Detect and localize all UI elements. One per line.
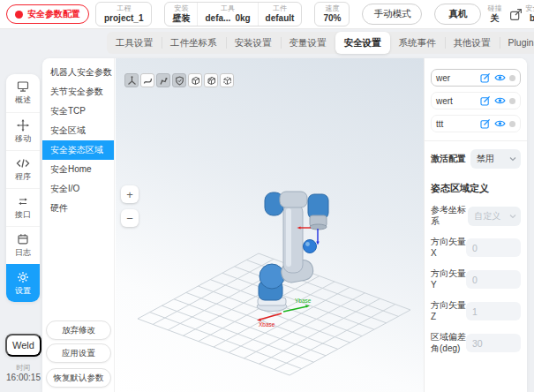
eye-icon[interactable] bbox=[494, 96, 506, 105]
workpiece-value: default bbox=[266, 13, 295, 24]
activate-config-row: 激活配置 禁用 bbox=[431, 149, 521, 169]
show-cube-wire-button[interactable] bbox=[204, 73, 218, 87]
edit-icon[interactable] bbox=[480, 95, 491, 106]
svg-text:Ybase: Ybase bbox=[295, 298, 312, 304]
tab-mount-settings[interactable]: 安装设置 bbox=[226, 32, 281, 54]
show-cube-solid-button[interactable] bbox=[188, 73, 202, 87]
tab-tool-settings[interactable]: 工具设置 bbox=[107, 32, 162, 54]
clock: 时间 16:00:15 bbox=[0, 363, 47, 382]
zone-active-radio[interactable] bbox=[509, 75, 515, 81]
alert-label: 安全参数配置 bbox=[27, 8, 80, 20]
sidebar-item-settings[interactable]: 设置 bbox=[6, 264, 40, 302]
posture-zone-section-title: 姿态区域定义 bbox=[431, 182, 521, 195]
menu-item-safety-zone[interactable]: 安全区域 bbox=[42, 121, 114, 140]
speed-selector[interactable]: 速度 70% bbox=[314, 2, 350, 26]
zone-row-ttt[interactable]: ttt bbox=[431, 115, 521, 132]
robot-3d-viewport[interactable]: Ybase Xbase bbox=[116, 58, 424, 392]
zone-row-wert[interactable]: wert bbox=[431, 92, 521, 109]
real-machine-button[interactable]: 真机 bbox=[434, 4, 481, 25]
restore-defaults-button[interactable]: 恢复默认参数 bbox=[46, 368, 111, 388]
manual-mode-button[interactable]: 手动模式 bbox=[362, 4, 422, 25]
top-bar: 安全参数配置 工程 project_1 安装 壁装 工具 defa... 0kg… bbox=[0, 0, 534, 29]
safety-checksum[interactable]: 安全校验 b584 bbox=[509, 4, 534, 24]
workpiece-segment[interactable]: 工件 default bbox=[258, 3, 302, 26]
weld-button[interactable]: Weld bbox=[5, 334, 41, 357]
mount-segment[interactable]: 安装 壁装 bbox=[165, 3, 197, 26]
code-icon bbox=[16, 157, 30, 170]
tab-plugins[interactable]: Plugins bbox=[500, 32, 534, 54]
sidebar-item-overview[interactable]: 概述 bbox=[6, 74, 40, 112]
show-path-button[interactable] bbox=[140, 73, 154, 87]
discard-changes-button[interactable]: 放弃修改 bbox=[46, 320, 111, 340]
tool-label: 工具 bbox=[205, 4, 250, 13]
cube-bounds-icon bbox=[222, 76, 232, 86]
activate-config-select[interactable]: 禁用 bbox=[470, 149, 521, 169]
zone-row-wer[interactable]: wer bbox=[431, 69, 521, 87]
sidebar-item-move[interactable]: 移动 bbox=[6, 112, 40, 150]
vector-z-label: 方向矢量Z bbox=[431, 300, 466, 322]
show-robot-button[interactable] bbox=[156, 73, 170, 87]
cube-icon bbox=[191, 76, 200, 86]
zoom-out-button[interactable]: − bbox=[121, 209, 139, 227]
safety-check-label: 安全校验 bbox=[525, 4, 534, 13]
vector-y-input[interactable] bbox=[466, 270, 521, 289]
zone-active-radio[interactable] bbox=[509, 98, 515, 104]
axes-icon bbox=[127, 76, 137, 86]
eye-icon[interactable] bbox=[494, 73, 506, 82]
activate-config-label: 激活配置 bbox=[431, 154, 466, 165]
apply-settings-button[interactable]: 应用设置 bbox=[46, 343, 111, 363]
safety-config-alert-badge[interactable]: 安全参数配置 bbox=[6, 4, 89, 24]
show-safety-zone-button[interactable] bbox=[172, 73, 186, 87]
vector-x-input[interactable] bbox=[466, 238, 521, 257]
collision-status[interactable]: 碰撞 关 bbox=[487, 4, 501, 24]
menu-item-joint-safety-params[interactable]: 关节安全参数 bbox=[42, 82, 114, 102]
deviation-angle-input[interactable] bbox=[466, 334, 521, 352]
workpiece-label: 工件 bbox=[266, 4, 295, 13]
menu-item-safety-tcp[interactable]: 安全TCP bbox=[42, 102, 114, 121]
edit-icon[interactable] bbox=[480, 72, 491, 83]
tool-value: defa... bbox=[205, 13, 230, 24]
sidebar-item-log[interactable]: 日志 bbox=[6, 226, 40, 264]
eye-icon[interactable] bbox=[494, 119, 506, 128]
zone-name: ttt bbox=[436, 119, 443, 129]
project-selector[interactable]: 工程 project_1 bbox=[95, 2, 152, 26]
collision-value: 关 bbox=[487, 13, 501, 24]
zone-active-radio[interactable] bbox=[509, 121, 515, 127]
show-axes-button[interactable] bbox=[124, 73, 139, 87]
menu-item-robot-safety-params[interactable]: 机器人安全参数 bbox=[42, 63, 114, 82]
sidebar-item-interface[interactable]: 接口 bbox=[6, 188, 40, 226]
divider bbox=[425, 140, 527, 141]
sidebar-item-program[interactable]: 程序 bbox=[6, 150, 40, 188]
vector-z-input[interactable] bbox=[466, 302, 521, 320]
time-value: 16:00:15 bbox=[0, 373, 47, 382]
gear-icon bbox=[17, 271, 29, 283]
menu-item-safety-home[interactable]: 安全Home bbox=[42, 160, 114, 179]
tool-weight: 0kg bbox=[235, 13, 250, 24]
robot-arm bbox=[257, 192, 328, 312]
edit-icon[interactable] bbox=[480, 118, 491, 129]
menu-item-hardware[interactable]: 硬件 bbox=[42, 199, 114, 218]
mount-label: 安装 bbox=[172, 4, 190, 13]
path-icon bbox=[143, 76, 153, 86]
speed-value: 70% bbox=[323, 13, 341, 24]
collision-label: 碰撞 bbox=[487, 4, 501, 13]
robot-icon bbox=[159, 76, 169, 86]
show-cube-bounds-button[interactable] bbox=[220, 73, 234, 87]
safety-check-icon bbox=[509, 8, 523, 21]
tab-system-events[interactable]: 系统事件 bbox=[390, 32, 445, 54]
reference-frame-row: 参考坐标系 自定义 bbox=[431, 205, 521, 227]
reference-frame-select[interactable]: 自定义 bbox=[468, 207, 521, 226]
calendar-icon bbox=[17, 233, 29, 245]
menu-item-safety-posture-zone[interactable]: 安全姿态区域 bbox=[42, 140, 114, 160]
tab-variable-settings[interactable]: 变量设置 bbox=[281, 32, 335, 54]
menu-item-safety-io[interactable]: 安全I/O bbox=[42, 179, 114, 199]
tab-workpiece-coords[interactable]: 工件坐标系 bbox=[162, 32, 226, 54]
tab-other-settings[interactable]: 其他设置 bbox=[445, 32, 500, 54]
tool-segment[interactable]: 工具 defa... 0kg bbox=[197, 3, 257, 26]
safety-check-value: b584 bbox=[525, 13, 534, 24]
svg-text:Xbase: Xbase bbox=[259, 321, 275, 328]
setup-summary-group[interactable]: 安装 壁装 工具 defa... 0kg 工件 default bbox=[164, 2, 302, 26]
zoom-in-button[interactable]: + bbox=[121, 185, 139, 203]
tab-safety-settings[interactable]: 安全设置 bbox=[335, 32, 390, 54]
monitor-icon bbox=[17, 80, 29, 93]
